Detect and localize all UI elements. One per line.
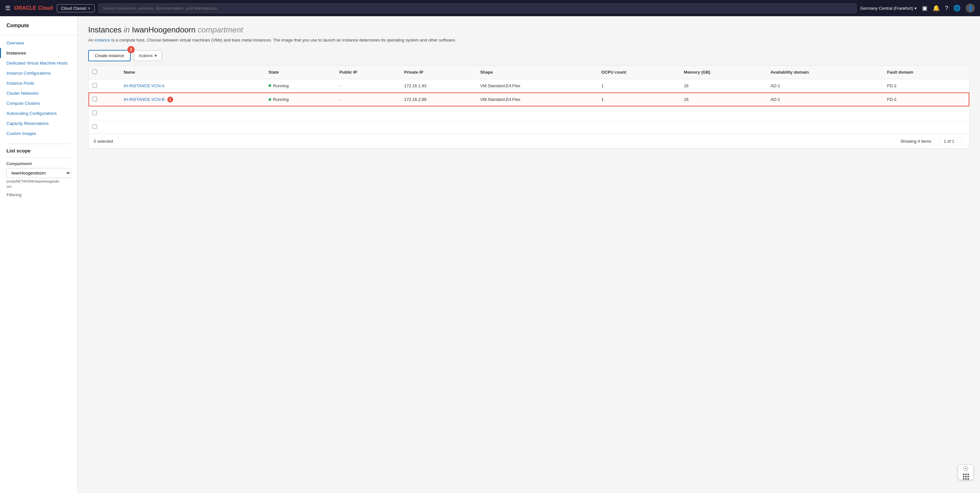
page-description: An instance is a compute host. Choose be…	[88, 37, 970, 43]
row2-name-cell: IH-INSTANCE-VCN-B 1	[120, 92, 265, 107]
table-header-row: Name State Public IP Private IP Shape OC…	[89, 65, 969, 79]
dot3	[967, 474, 969, 475]
row1-fd-cell: FD-2	[883, 79, 969, 92]
next-page-button[interactable]: ›	[957, 138, 964, 145]
row1-checkbox-cell	[89, 79, 120, 92]
region-chevron-icon: ▾	[915, 6, 917, 11]
create-instance-wrapper: Create instance 2	[88, 50, 131, 61]
sidebar-item-cluster-networks[interactable]: Cluster Networks	[0, 88, 78, 98]
dot9	[967, 478, 969, 480]
row2-public-ip-cell: -	[336, 92, 401, 107]
main-content: Instances in IwanHoogendoorn compartment…	[78, 16, 980, 493]
sidebar-item-instances[interactable]: Instances	[0, 48, 78, 58]
empty-row1-checkbox	[89, 107, 120, 120]
row1-state-cell: Running	[265, 79, 336, 92]
th-state: State	[265, 65, 336, 79]
row2-badge: 1	[167, 97, 173, 102]
page-info: 1 of 1	[944, 139, 955, 144]
list-scope-title: List scope	[6, 148, 71, 153]
empty-row2-checkbox-input[interactable]	[92, 124, 97, 129]
dot2	[965, 474, 967, 475]
row1-ad-cell: AD-1	[767, 79, 883, 92]
toolbar: Create instance 2 Actions ▾	[88, 50, 970, 61]
row1-shape-cell: VM.Standard.E4.Flex	[476, 79, 597, 92]
th-public-ip: Public IP	[336, 65, 401, 79]
row2-state-text: Running	[273, 97, 289, 102]
region-label: Germany Central (Frankfurt)	[860, 6, 913, 11]
row1-public-ip-cell: -	[336, 79, 401, 92]
instances-table-container: Name State Public IP Private IP Shape OC…	[88, 65, 970, 149]
notifications-icon[interactable]: 🔔	[933, 5, 940, 12]
pagination: Showing 4 items ‹ 1 of 1 ›	[900, 138, 964, 145]
sidebar-item-overview[interactable]: Overview	[0, 38, 78, 48]
th-name: Name	[120, 65, 265, 79]
app-layout: Compute Overview Instances Dedicated Vir…	[0, 16, 980, 493]
row1-ocpu-cell: 1	[597, 79, 680, 92]
instance-link[interactable]: instance	[95, 38, 110, 43]
compartment-path2: orn	[6, 184, 71, 188]
dot8	[965, 478, 967, 480]
dot5	[965, 476, 967, 477]
terminal-icon[interactable]: ▣	[922, 5, 928, 12]
top-navbar: ☰ ORACLE Cloud Cloud Classic > Germany C…	[0, 0, 980, 16]
table-row	[89, 120, 969, 134]
instances-table: Name State Public IP Private IP Shape OC…	[89, 65, 969, 134]
row2-status: Running	[269, 97, 332, 102]
th-shape: Shape	[476, 65, 597, 79]
row1-name-cell: IH-INSTANCE-VCN-A	[120, 79, 265, 92]
oracle-text: ORACLE	[14, 5, 36, 11]
compartment-select[interactable]: IwanHoogendoorn	[6, 168, 71, 178]
dot4	[963, 476, 964, 477]
sidebar-item-custom-images[interactable]: Custom Images	[0, 129, 78, 138]
row2-ocpu-cell: 1	[597, 92, 680, 107]
compartment-label: Compartment	[6, 162, 71, 166]
navbar-right: Germany Central (Frankfurt) ▾ ▣ 🔔 ? 🌐 👤	[860, 3, 975, 13]
help-fab-button[interactable]: ☉	[958, 464, 974, 480]
actions-chevron-icon: ▾	[155, 53, 157, 58]
region-selector[interactable]: Germany Central (Frankfurt) ▾	[860, 6, 917, 11]
table-footer: 0 selected Showing 4 items ‹ 1 of 1 ›	[89, 134, 969, 148]
globe-icon[interactable]: 🌐	[953, 5, 961, 12]
row2-memory-cell: 16	[680, 92, 767, 107]
sidebar: Compute Overview Instances Dedicated Vir…	[0, 16, 78, 493]
user-avatar[interactable]: 👤	[966, 3, 975, 13]
sidebar-item-capacity-reservations[interactable]: Capacity Reservations	[0, 118, 78, 129]
table-row: IH-INSTANCE-VCN-B 1 Running - 172.16.2.8…	[89, 92, 969, 107]
sidebar-item-autoscaling[interactable]: Autoscaling Configurations	[0, 108, 78, 118]
table-row: IH-INSTANCE-VCN-A Running - 172.16.1.93 …	[89, 79, 969, 92]
cloud-classic-button[interactable]: Cloud Classic >	[57, 4, 95, 12]
actions-button[interactable]: Actions ▾	[134, 50, 162, 61]
row2-instance-link[interactable]: IH-INSTANCE-VCN-B	[124, 97, 165, 102]
title-instances: Instances	[88, 25, 122, 34]
dot7	[963, 478, 964, 480]
sidebar-item-instance-configurations[interactable]: Instance Configurations	[0, 68, 78, 78]
hamburger-icon[interactable]: ☰	[5, 5, 10, 12]
sidebar-item-compute-clusters[interactable]: Compute Clusters	[0, 98, 78, 108]
help-fab-lifesaver-icon: ☉	[963, 465, 969, 472]
th-memory: Memory (GB)	[680, 65, 767, 79]
row1-status: Running	[269, 83, 332, 88]
page-title: Instances in IwanHoogendoorn compartment	[88, 25, 970, 34]
showing-items-text: Showing 4 items	[900, 139, 931, 144]
search-input[interactable]	[99, 3, 856, 13]
empty-row1-cell	[120, 107, 969, 120]
row2-private-ip-cell: 172.16.2.88	[400, 92, 476, 107]
select-all-checkbox[interactable]	[92, 69, 97, 74]
th-ocpu-count: OCPU count	[597, 65, 680, 79]
row2-status-dot	[269, 98, 271, 101]
help-icon[interactable]: ?	[945, 5, 948, 12]
create-instance-button[interactable]: Create instance	[88, 50, 131, 61]
row1-state-text: Running	[273, 83, 289, 88]
row1-checkbox[interactable]	[92, 83, 97, 87]
row2-checkbox[interactable]	[92, 97, 97, 101]
list-scope-section: List scope Compartment IwanHoogendoorn (…	[0, 138, 78, 188]
th-checkbox	[89, 65, 120, 79]
row1-instance-link[interactable]: IH-INSTANCE-VCN-A	[124, 83, 165, 88]
empty-row1-checkbox-input[interactable]	[92, 111, 97, 115]
sidebar-item-dedicated-vm-hosts[interactable]: Dedicated Virtual Machine Hosts	[0, 58, 78, 68]
row1-memory-cell: 16	[680, 79, 767, 92]
prev-page-button[interactable]: ‹	[934, 138, 941, 145]
oracle-logo: ORACLE Cloud	[14, 5, 53, 11]
sidebar-section-title: Compute	[0, 23, 78, 32]
sidebar-item-instance-pools[interactable]: Instance Pools	[0, 78, 78, 88]
